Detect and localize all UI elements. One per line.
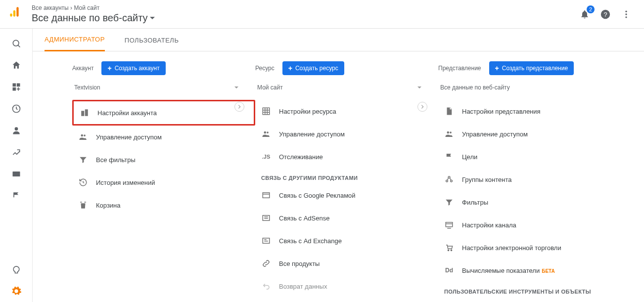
view-calc-metrics[interactable]: Dd Вычисляемые показателиБЕТА [438, 259, 636, 282]
svg-rect-21 [263, 193, 270, 198]
tab-admin[interactable]: АДМИНИСТРАТОР [45, 29, 105, 51]
nav-conversions[interactable] [6, 185, 26, 207]
filter-icon [78, 155, 88, 165]
account-history[interactable]: История изменений [72, 171, 255, 194]
adsense-icon [261, 213, 271, 223]
svg-point-14 [14, 127, 18, 130]
topbar: Все аккаунты › Мой сайт Все данные по ве… [0, 0, 644, 29]
notifications-button[interactable]: 2 [579, 8, 591, 20]
nav-search[interactable] [6, 33, 26, 54]
flag-icon [444, 152, 454, 162]
col-view: Представление +Создать представление Все… [438, 61, 636, 298]
property-tracking[interactable]: .JS Отслеживание [255, 145, 438, 168]
view-filters[interactable]: Фильтры [438, 191, 636, 214]
trash-icon [78, 200, 88, 210]
view-access[interactable]: Управление доступом [438, 123, 636, 145]
view-goals[interactable]: Цели [438, 145, 636, 168]
svg-point-31 [451, 250, 452, 251]
more-menu-button[interactable] [620, 8, 632, 20]
filter-icon [444, 197, 454, 207]
view-ecommerce[interactable]: Настройки электронной торговли [438, 236, 636, 259]
svg-rect-1 [13, 10, 15, 17]
col-property: Ресурс +Создать ресурс Мой сайт Настройк… [255, 61, 438, 298]
channel-icon [444, 220, 454, 230]
svg-rect-11 [16, 84, 20, 87]
svg-point-24 [447, 131, 450, 134]
content-icon [444, 174, 454, 184]
svg-line-9 [18, 45, 20, 47]
view-title: Представление [438, 65, 481, 72]
svg-rect-12 [12, 87, 16, 91]
analytics-logo-icon [8, 6, 21, 20]
view-selector[interactable]: Все данные по веб-сайту [438, 81, 606, 94]
nav-customize[interactable] [6, 76, 26, 98]
nav-behavior[interactable] [6, 163, 26, 185]
adx-icon [261, 236, 271, 246]
people-icon [261, 129, 271, 139]
history-icon [78, 177, 88, 187]
link-icon [261, 259, 271, 268]
grid-icon [261, 106, 271, 116]
property-access[interactable]: Управление доступом [255, 123, 438, 145]
building-icon [80, 108, 90, 118]
svg-point-16 [81, 134, 84, 137]
svg-point-5 [625, 10, 627, 12]
view-picker[interactable]: Все данные по веб-сайту [32, 12, 155, 24]
svg-point-26 [448, 176, 450, 178]
create-account-button[interactable]: +Создать аккаунт [101, 61, 165, 75]
data-return[interactable]: Возврат данных [255, 275, 438, 298]
nav-realtime[interactable] [6, 98, 26, 120]
property-selector[interactable]: Мой сайт [255, 81, 423, 94]
next-arrow-button[interactable] [234, 102, 244, 112]
view-settings[interactable]: Настройки представления [438, 100, 636, 123]
js-icon: .JS [261, 152, 271, 162]
help-button[interactable]: ? [599, 8, 611, 20]
plus-icon: + [288, 64, 292, 72]
svg-rect-2 [16, 7, 18, 16]
view-content-groups[interactable]: Группы контента [438, 168, 636, 191]
doc-icon [444, 106, 454, 116]
svg-rect-15 [12, 172, 20, 176]
caret-down-icon [150, 17, 155, 19]
caret-down-icon [417, 86, 421, 88]
nav-audience[interactable] [6, 120, 26, 141]
svg-text:?: ? [603, 10, 607, 18]
caret-down-icon [234, 86, 238, 88]
svg-point-7 [625, 16, 627, 18]
next-arrow-button[interactable] [417, 102, 427, 112]
svg-point-20 [267, 131, 269, 133]
link-google-ads[interactable]: Связь с Google Рекламой [255, 184, 438, 207]
account-trash[interactable]: Корзина [72, 194, 255, 216]
link-all-products[interactable]: Все продукты [255, 252, 438, 275]
col-account: Аккаунт +Создать аккаунт Textvision Наст… [72, 61, 255, 298]
nav-discover[interactable] [6, 259, 26, 280]
create-property-button[interactable]: +Создать ресурс [282, 61, 344, 75]
tab-user[interactable]: ПОЛЬЗОВАТЕЛЬ [125, 30, 179, 51]
svg-rect-29 [446, 222, 453, 227]
link-adsense[interactable]: Связь с AdSense [255, 207, 438, 229]
create-view-button[interactable]: +Создать представление [489, 61, 574, 75]
property-settings[interactable]: Настройки ресурса [255, 100, 438, 123]
people-icon [444, 129, 454, 139]
svg-rect-10 [12, 84, 16, 87]
svg-point-6 [625, 13, 627, 15]
breadcrumb[interactable]: Все аккаунты › Мой сайт [32, 4, 155, 11]
svg-point-17 [84, 134, 86, 136]
account-access[interactable]: Управление доступом [72, 126, 255, 148]
nav-admin[interactable] [6, 280, 26, 302]
svg-point-8 [13, 40, 19, 46]
account-selector[interactable]: Textvision [72, 81, 240, 94]
svg-rect-0 [10, 13, 12, 16]
account-settings[interactable]: Настройки аккаунта [72, 100, 255, 126]
account-filters[interactable]: Все фильтры [72, 148, 255, 171]
link-adexchange[interactable]: Связь с Ad Exchange [255, 229, 438, 252]
property-title: Ресурс [255, 65, 275, 72]
cart-icon [444, 243, 454, 253]
dd-icon: Dd [444, 265, 454, 275]
account-title: Аккаунт [72, 65, 93, 72]
nav-home[interactable] [6, 54, 26, 76]
view-channel[interactable]: Настройки канала [438, 214, 636, 236]
nav-acquisition[interactable] [6, 141, 26, 163]
plus-icon: + [495, 64, 499, 72]
notification-badge: 2 [587, 5, 595, 13]
